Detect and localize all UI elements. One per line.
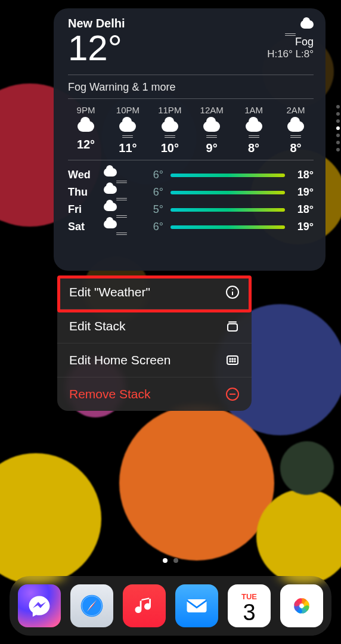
svg-rect-4 xyxy=(227,356,238,364)
messenger-app-icon[interactable] xyxy=(18,584,61,627)
edit-stack-button[interactable]: Edit Stack xyxy=(57,309,252,343)
music-app-icon[interactable] xyxy=(123,584,166,627)
edit-home-screen-button[interactable]: Edit Home Screen xyxy=(57,343,252,377)
weather-warning: Fog Warning & 1 more xyxy=(68,81,314,94)
menu-item-label: Edit "Weather" xyxy=(69,285,150,299)
edit-weather-button[interactable]: Edit "Weather" xyxy=(57,275,252,309)
weather-condition: Fog xyxy=(267,36,314,48)
weather-hi-lo: H:16° L:8° xyxy=(267,48,314,60)
svg-point-7 xyxy=(234,358,235,360)
photos-app-icon[interactable] xyxy=(280,584,323,627)
daily-forecast: Wed6°18° Thu6°19° Fri5°18° Sat6°19° xyxy=(68,166,314,236)
info-icon xyxy=(225,285,240,299)
menu-item-label: Edit Stack xyxy=(69,319,126,333)
svg-rect-3 xyxy=(228,324,237,331)
widget-context-menu: Edit "Weather" Edit Stack Edit Home Scre… xyxy=(57,275,252,411)
page-indicator[interactable] xyxy=(0,558,341,563)
svg-point-6 xyxy=(232,358,233,360)
mail-app-icon[interactable] xyxy=(175,584,218,627)
svg-rect-15 xyxy=(187,599,207,612)
remove-icon xyxy=(225,387,240,401)
menu-item-label: Edit Home Screen xyxy=(69,353,170,367)
stack-icon xyxy=(225,319,240,333)
svg-point-8 xyxy=(230,361,231,362)
calendar-day: 3 xyxy=(243,601,255,624)
svg-point-5 xyxy=(230,358,231,360)
home-screen-grid-icon xyxy=(225,353,240,367)
svg-point-9 xyxy=(232,361,233,362)
dock: TUE 3 xyxy=(10,576,331,636)
safari-app-icon[interactable] xyxy=(70,584,113,627)
hourly-forecast: 9PM12° 10PM11° 11PM10° 12AM9° 1AM8° 2AM8… xyxy=(68,105,314,155)
fog-icon xyxy=(267,17,314,36)
widget-stack-indicator xyxy=(336,105,340,151)
menu-item-label: Remove Stack xyxy=(69,387,151,401)
weather-widget[interactable]: New Delhi 12° Fog H:16° L:8° Fog Warning… xyxy=(54,8,326,271)
svg-point-2 xyxy=(232,289,233,290)
remove-stack-button[interactable]: Remove Stack xyxy=(57,377,252,411)
svg-point-10 xyxy=(234,361,235,362)
weather-current-temp: 12° xyxy=(68,30,125,66)
calendar-app-icon[interactable]: TUE 3 xyxy=(228,584,271,627)
